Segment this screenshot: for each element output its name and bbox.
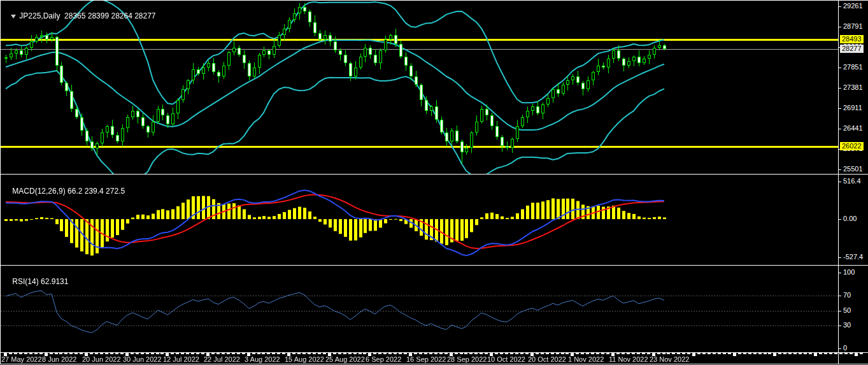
date-label: 30 Jun 2022 xyxy=(123,355,162,363)
price-axis-tick: 25501 xyxy=(843,165,863,173)
price-axis-tick-mark xyxy=(839,129,841,129)
rsi-axis-tick-mark xyxy=(839,348,841,349)
macd-axis-tick: 0.00 xyxy=(843,215,857,222)
rsi-axis-tick: 30 xyxy=(843,321,851,329)
macd-axis-tick: -527.4 xyxy=(843,253,863,261)
rsi-axis-tick-mark xyxy=(839,296,841,296)
price-axis-tick: 29261 xyxy=(843,2,863,10)
macd-axis-tick-mark xyxy=(839,257,841,258)
date-label: 1 Nov 2022 xyxy=(568,355,604,363)
panel-separator[interactable] xyxy=(0,265,868,266)
rsi-axis-tick-mark xyxy=(839,311,841,311)
date-label: 25 Aug 2022 xyxy=(325,355,365,363)
date-label: 20 Jun 2022 xyxy=(82,355,121,363)
date-label: 16 Sep 2022 xyxy=(406,355,446,363)
date-label: 22 Jul 2022 xyxy=(204,355,240,363)
price-axis[interactable]: 2926128791283212785127381269112644125971… xyxy=(838,0,868,364)
macd-axis-tick-mark xyxy=(839,219,841,220)
price-axis-tick-mark xyxy=(839,68,841,68)
rsi-value: 62.9131 xyxy=(41,277,68,286)
symbol-dropdown-icon[interactable] xyxy=(11,15,16,18)
date-label: 8 Jun 2022 xyxy=(42,355,76,363)
date-label: 12 Jul 2022 xyxy=(163,355,199,363)
resistance-level-badge: 28493 xyxy=(840,35,864,43)
macd-indicator-label: MACD(12,26,9) 66.2 239.4 272.5 xyxy=(4,178,125,204)
price-axis-tick-mark xyxy=(839,169,841,170)
chart-title: JP225,Daily 28365 28399 28264 28277 xyxy=(3,3,156,29)
window-border-left xyxy=(0,0,1,364)
date-label: 20 Oct 2022 xyxy=(528,355,566,363)
window-border-bottom xyxy=(0,364,868,364)
macd-panel-canvas[interactable] xyxy=(1,175,838,265)
price-axis-tick-mark xyxy=(839,6,841,7)
macd-name: MACD(12,26,9) xyxy=(12,187,65,196)
price-axis-tick: 26441 xyxy=(843,124,863,132)
macd-axis-tick: 516.4 xyxy=(843,177,861,185)
current-price-badge: 28277 xyxy=(840,45,864,53)
date-label: 10 Oct 2022 xyxy=(487,355,525,363)
date-label: 27 May 2022 xyxy=(1,355,42,363)
rsi-axis-tick-mark xyxy=(839,326,841,326)
macd-axis-tick-mark xyxy=(839,182,841,182)
rsi-axis-tick: 50 xyxy=(843,306,851,314)
rsi-axis-tick: 0 xyxy=(843,344,847,352)
price-axis-tick: 26911 xyxy=(843,104,862,111)
time-axis[interactable]: 27 May 20228 Jun 202220 Jun 202230 Jun 2… xyxy=(0,352,868,364)
trading-chart-window: JP225,Daily 28365 28399 28264 28277 MACD… xyxy=(0,0,868,365)
date-label: 11 Nov 2022 xyxy=(609,355,648,363)
price-axis-tick: 27851 xyxy=(843,63,863,71)
rsi-panel-canvas[interactable] xyxy=(1,266,838,352)
rsi-name: RSI(14) xyxy=(12,277,38,286)
price-axis-tick-mark xyxy=(839,27,841,27)
rsi-axis-tick-mark xyxy=(839,273,841,273)
window-border-top xyxy=(0,0,868,1)
symbol-label: JP225,Daily xyxy=(19,11,60,20)
price-axis-tick: 28791 xyxy=(843,22,863,30)
rsi-axis-tick: 70 xyxy=(843,291,851,299)
rsi-indicator-label: RSI(14) 62.9131 xyxy=(4,268,68,295)
ohlc-values: 28365 28399 28264 28277 xyxy=(60,11,155,20)
date-label: 6 Sep 2022 xyxy=(366,355,401,363)
price-axis-tick: 27381 xyxy=(843,83,863,91)
rsi-axis-tick: 100 xyxy=(843,268,855,276)
macd-values: 66.2 239.4 272.5 xyxy=(68,187,125,196)
date-label: 28 Sep 2022 xyxy=(447,355,487,363)
date-label: 3 Aug 2022 xyxy=(245,355,280,363)
date-label: 15 Aug 2022 xyxy=(285,355,324,363)
date-label: 23 Nov 2022 xyxy=(650,355,689,363)
panel-separator[interactable] xyxy=(0,174,868,175)
support-level-badge: 26022 xyxy=(840,142,864,150)
price-axis-tick-mark xyxy=(839,108,841,109)
price-axis-tick-mark xyxy=(839,88,841,89)
